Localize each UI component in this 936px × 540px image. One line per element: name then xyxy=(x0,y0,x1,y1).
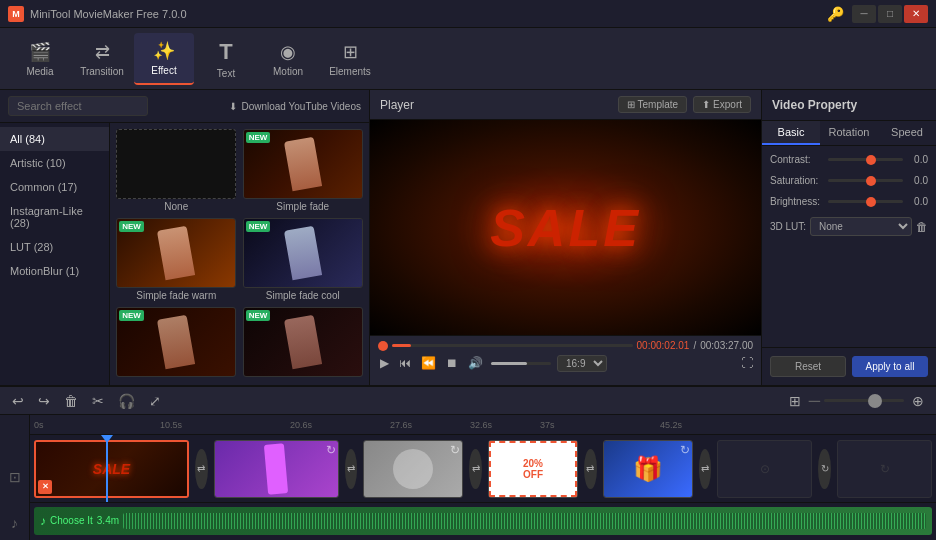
playhead[interactable] xyxy=(106,435,108,502)
download-icon: ⬇ xyxy=(229,101,237,112)
timeline-tracks: SALE ✕ ⇄ ↻ ⇄ xyxy=(30,435,936,540)
motion-button[interactable]: ◉ Motion xyxy=(258,33,318,85)
effect-item-simple-fade-cool[interactable]: NEW Simple fade cool xyxy=(243,218,364,301)
clip-blank1[interactable]: ⊙ xyxy=(717,440,812,498)
add-button[interactable]: ⊕ xyxy=(908,391,928,411)
video-track-icon[interactable]: ⊡ xyxy=(9,469,21,485)
elements-icon: ⊞ xyxy=(343,41,358,63)
effect-item-5[interactable]: NEW xyxy=(116,307,237,379)
brightness-slider[interactable] xyxy=(828,200,903,203)
stop-button[interactable]: ⏹ xyxy=(444,354,460,372)
effect-item-none[interactable]: None xyxy=(116,129,237,212)
export-button[interactable]: ⬆ Export xyxy=(693,96,751,113)
title-bar: M MiniTool MovieMaker Free 7.0.0 🔑 ─ □ ✕ xyxy=(0,0,936,28)
effect-item-6[interactable]: NEW xyxy=(243,307,364,379)
progress-bar-container: 00:00:02.01 / 00:03:27.00 xyxy=(378,340,753,351)
category-item-common[interactable]: Common (17) xyxy=(0,175,109,199)
video-property-panel: Video Property Basic Rotation Speed Cont… xyxy=(761,90,936,385)
clip-face[interactable]: ↻ xyxy=(363,440,463,498)
close-button[interactable]: ✕ xyxy=(904,5,928,23)
zoom-slider[interactable] xyxy=(824,399,904,402)
clip-sale[interactable]: SALE ✕ xyxy=(34,440,189,498)
blank1-inner: ⊙ xyxy=(718,441,811,497)
transition-button[interactable]: ⇄ Transition xyxy=(72,33,132,85)
text-button[interactable]: T Text xyxy=(196,33,256,85)
skip-back-button[interactable]: ⏮ xyxy=(397,354,413,372)
saturation-slider[interactable] xyxy=(828,179,903,182)
minimize-button[interactable]: ─ xyxy=(852,5,876,23)
clip-sale20[interactable]: 20%OFF ↻ xyxy=(488,440,578,498)
main-toolbar: 🎬 Media ⇄ Transition ✨ Effect T Text ◉ M… xyxy=(0,28,936,90)
contrast-slider[interactable] xyxy=(828,158,903,161)
transition-6[interactable]: ↻ xyxy=(818,449,831,489)
effect-item-simple-fade-warm[interactable]: NEW Simple fade warm xyxy=(116,218,237,301)
category-item-all[interactable]: All (84) xyxy=(0,127,109,151)
ruler-mark-27s: 27.6s xyxy=(390,420,412,430)
prop-tab-rotation[interactable]: Rotation xyxy=(820,121,878,145)
apply-to-all-button[interactable]: Apply to all xyxy=(852,356,928,377)
property-tabs: Basic Rotation Speed xyxy=(762,121,936,146)
audio-waveform xyxy=(123,513,926,529)
clip-bonus[interactable]: 🎁 ↻ xyxy=(603,440,693,498)
template-button[interactable]: ⊞ Template xyxy=(618,96,688,113)
volume-slider[interactable] xyxy=(491,362,551,365)
category-item-motionblur[interactable]: MotionBlur (1) xyxy=(0,259,109,283)
step-back-button[interactable]: ⏪ xyxy=(419,354,438,372)
volume-button[interactable]: 🔊 xyxy=(466,354,485,372)
bonus-inner: 🎁 xyxy=(604,441,692,497)
audio-track-icon[interactable]: ♪ xyxy=(11,515,18,531)
prop-tab-speed[interactable]: Speed xyxy=(878,121,936,145)
reset-button[interactable]: Reset xyxy=(770,356,846,377)
redo-button[interactable]: ↪ xyxy=(34,391,54,411)
contrast-value: 0.0 xyxy=(903,154,928,165)
saturation-value: 0.0 xyxy=(903,175,928,186)
effect-label: Effect xyxy=(151,65,176,76)
clip-art[interactable]: ↻ xyxy=(214,440,339,498)
aspect-ratio-select[interactable]: 16:9 9:16 1:1 4:3 xyxy=(557,355,607,372)
cut-button[interactable]: ✂ xyxy=(88,391,108,411)
progress-track[interactable] xyxy=(392,344,633,347)
category-item-instagram[interactable]: Instagram-Like (28) xyxy=(0,199,109,235)
player-tab[interactable]: Player xyxy=(380,98,414,112)
video-track: SALE ✕ ⇄ ↻ ⇄ xyxy=(30,435,936,503)
transition-5[interactable]: ⇄ xyxy=(699,449,712,489)
transition-1[interactable]: ⇄ xyxy=(195,449,208,489)
media-label: Media xyxy=(26,66,53,77)
ruler-mark-10s: 10.5s xyxy=(160,420,182,430)
lut-select[interactable]: None xyxy=(810,217,912,236)
delete-button[interactable]: 🗑 xyxy=(60,391,82,411)
effect-button[interactable]: ✨ Effect xyxy=(134,33,194,85)
media-button[interactable]: 🎬 Media xyxy=(10,33,70,85)
transition-2[interactable]: ⇄ xyxy=(345,449,358,489)
audio-button[interactable]: 🎧 xyxy=(114,391,139,411)
volume-fill xyxy=(491,362,527,365)
split-view-button[interactable]: ⊞ xyxy=(785,391,805,411)
category-item-artistic[interactable]: Artistic (10) xyxy=(0,151,109,175)
download-label: Download YouTube Videos xyxy=(241,101,361,112)
play-button[interactable]: ▶ xyxy=(378,354,391,372)
lut-delete-button[interactable]: 🗑 xyxy=(916,220,928,234)
effect-thumb-simple-fade-cool: NEW xyxy=(243,218,363,288)
effect-item-simple-fade[interactable]: NEW Simple fade xyxy=(243,129,364,212)
category-item-lut[interactable]: LUT (28) xyxy=(0,235,109,259)
undo-button[interactable]: ↩ xyxy=(8,391,28,411)
music-icon: ♪ xyxy=(40,514,46,528)
main-area: ⬇ Download YouTube Videos All (84) Artis… xyxy=(0,90,936,385)
crop-button[interactable]: ⤢ xyxy=(145,391,165,411)
effects-panel: ⬇ Download YouTube Videos All (84) Artis… xyxy=(0,90,370,385)
face-clip-inner xyxy=(364,441,462,497)
elements-button[interactable]: ⊞ Elements xyxy=(320,33,380,85)
x-badge: ✕ xyxy=(38,480,52,494)
fullscreen-button[interactable]: ⛶ xyxy=(741,356,753,370)
transition-3[interactable]: ⇄ xyxy=(469,449,482,489)
timeline-toolbar: ↩ ↪ 🗑 ✂ 🎧 ⤢ ⊞ ─ ⊕ xyxy=(0,387,936,415)
transition-4[interactable]: ⇄ xyxy=(584,449,597,489)
audio-clip[interactable]: ♪ Choose It 3.4m xyxy=(34,507,932,535)
clip-blank2[interactable]: ↻ xyxy=(837,440,932,498)
media-icon: 🎬 xyxy=(29,41,51,63)
search-input[interactable] xyxy=(8,96,148,116)
prop-tab-basic[interactable]: Basic xyxy=(762,121,820,145)
ruler-mark-0s: 0s xyxy=(34,420,44,430)
maximize-button[interactable]: □ xyxy=(878,5,902,23)
youtube-download-button[interactable]: ⬇ Download YouTube Videos xyxy=(229,101,361,112)
